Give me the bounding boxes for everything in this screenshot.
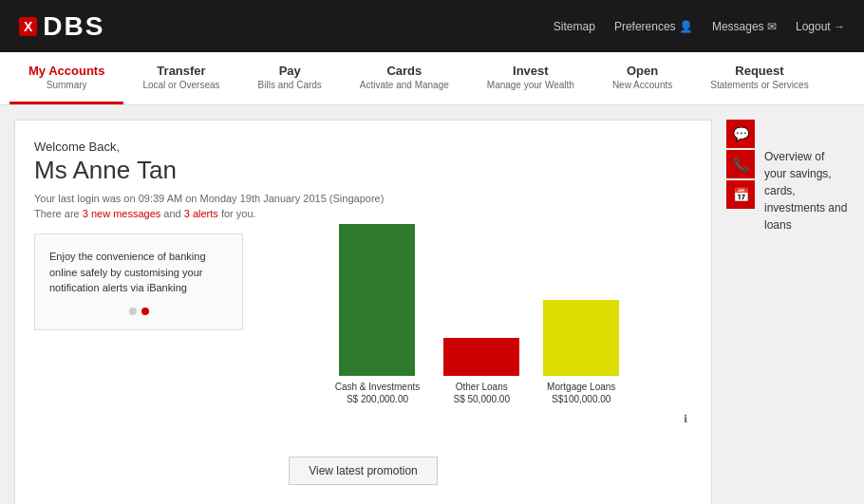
chart-bar-amount: S$100,000.00 (552, 394, 610, 404)
nav-sub-open: New Accounts (612, 80, 672, 90)
logo-dbs-text: DBS (43, 11, 104, 42)
nav-main-pay: Pay (258, 64, 322, 78)
content-row: Enjoy the convenience of banking online … (34, 233, 692, 442)
sidebar-icons: 💬 📞 📅 (726, 120, 755, 504)
user-name: Ms Anne Tan (34, 156, 692, 185)
header: X DBS Sitemap Preferences 👤 Messages ✉ L… (0, 0, 864, 52)
messages-link[interactable]: Messages ✉ (712, 20, 777, 33)
chart-bar-amount: S$ 200,000.00 (347, 394, 408, 404)
promo-dot-2[interactable] (141, 308, 149, 315)
chart-bar (443, 338, 519, 376)
nav-item-request[interactable]: Request Statements or Services (691, 52, 827, 104)
phone-icon-button[interactable]: 📞 (726, 150, 755, 178)
and-text: and (160, 208, 183, 219)
chart-bar-label: Other Loans (456, 381, 508, 394)
calendar-icon-button[interactable]: 📅 (726, 180, 755, 209)
messages-link[interactable]: 3 new messages (83, 208, 161, 219)
chart-bar-label: Cash & Investments (335, 381, 420, 394)
bars-container: Cash & InvestmentsS$ 200,000.00Other Loa… (262, 233, 692, 404)
chart-info-icon[interactable]: ℹ (684, 413, 687, 425)
logout-link[interactable]: Logout → (796, 20, 845, 33)
chart-bar (339, 224, 415, 376)
alerts-link[interactable]: 3 alerts (184, 208, 218, 219)
view-promotion-button[interactable]: View latest promotion (289, 457, 438, 485)
nav-main-open: Open (612, 64, 672, 78)
for-you-text: for you. (218, 208, 256, 219)
logo: X DBS (19, 11, 104, 42)
chart-bar-amount: S$ 50,000.00 (453, 394, 510, 404)
nav-sub-cards: Activate and Manage (360, 80, 449, 90)
main-wrapper: Welcome Back, Ms Anne Tan Your last logi… (0, 105, 864, 504)
chart-bar-group: Mortgage LoansS$100,000.00 (543, 300, 619, 404)
nav-main-transfer: Transfer (142, 64, 219, 78)
nav-sub-request: Statements or Services (710, 80, 808, 90)
messages-alerts-line: There are 3 new messages and 3 alerts fo… (34, 208, 692, 219)
nav: My Accounts Summary Transfer Local or Ov… (0, 52, 864, 105)
nav-sub-accounts: Summary (28, 80, 104, 90)
preferences-link[interactable]: Preferences 👤 (614, 20, 693, 33)
nav-item-open[interactable]: Open New Accounts (593, 52, 691, 104)
sitemap-link[interactable]: Sitemap (554, 20, 595, 33)
nav-main-request: Request (710, 64, 808, 78)
promo-dots (49, 308, 228, 315)
chart-bar (543, 300, 619, 376)
login-text: Your last login was on 09:39 AM on Monda… (34, 193, 384, 204)
chart-annotation: Overview of your savings, cards, investm… (764, 148, 850, 504)
nav-item-cards[interactable]: Cards Activate and Manage (341, 52, 468, 104)
there-are-text: There are (34, 208, 83, 219)
logo-x-icon: X (19, 17, 37, 36)
nav-item-pay[interactable]: Pay Bills and Cards (239, 52, 341, 104)
welcome-greeting: Welcome Back, (34, 140, 692, 154)
promo-dot-1[interactable] (129, 308, 137, 315)
chart-area: Cash & InvestmentsS$ 200,000.00Other Loa… (262, 233, 692, 442)
nav-sub-invest: Manage your Wealth (487, 80, 574, 90)
chart-bar-group: Cash & InvestmentsS$ 200,000.00 (335, 224, 420, 404)
nav-item-accounts[interactable]: My Accounts Summary (9, 52, 123, 104)
nav-sub-transfer: Local or Overseas (142, 80, 219, 90)
header-links: Sitemap Preferences 👤 Messages ✉ Logout … (554, 20, 845, 33)
nav-sub-pay: Bills and Cards (258, 80, 322, 90)
promo-box: Enjoy the convenience of banking online … (34, 233, 243, 330)
nav-main-cards: Cards (360, 64, 449, 78)
annotation-text: Overview of your savings, cards, investm… (764, 148, 850, 233)
nav-main-accounts: My Accounts (28, 64, 104, 78)
login-info: Your last login was on 09:39 AM on Monda… (34, 193, 692, 204)
chart-bar-label: Mortgage Loans (547, 381, 615, 394)
promo-text: Enjoy the convenience of banking online … (49, 249, 228, 296)
nav-main-invest: Invest (487, 64, 574, 78)
nav-item-invest[interactable]: Invest Manage your Wealth (468, 52, 593, 104)
promo-btn-row: View latest promotion (34, 457, 692, 485)
nav-item-transfer[interactable]: Transfer Local or Overseas (123, 52, 238, 104)
chart-bar-group: Other LoansS$ 50,000.00 (443, 338, 519, 404)
main-content: Welcome Back, Ms Anne Tan Your last logi… (14, 120, 712, 504)
chat-icon-button[interactable]: 💬 (726, 120, 755, 148)
